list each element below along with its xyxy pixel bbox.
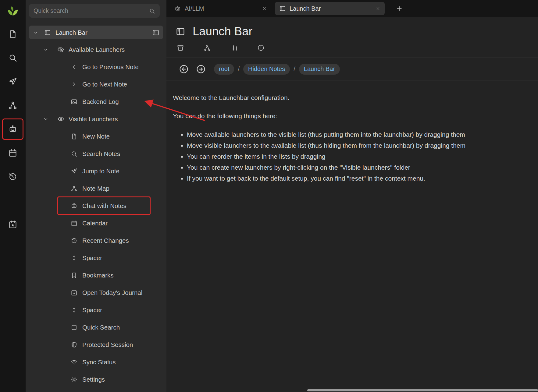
note-tree-sidebar: Launch Bar Available LaunchersGo to Prev…: [26, 0, 166, 392]
history-forward-button[interactable]: [196, 64, 206, 74]
recent-changes-button[interactable]: [6, 170, 20, 184]
tree-item-label: Chat with Notes: [82, 202, 126, 210]
tree-item-label: Available Launchers: [69, 46, 125, 53]
search-icon: [71, 150, 77, 157]
ribbon-tabs: [166, 44, 538, 58]
tree-item-available-launchers[interactable]: Available Launchers: [26, 41, 166, 58]
tree-item-label: Go to Next Note: [82, 81, 127, 88]
note-navigation-row: root/Hidden Notes/Launch Bar: [166, 58, 538, 80]
send-icon: [8, 77, 17, 86]
spacer-icon: [71, 255, 77, 261]
new-note-button[interactable]: [6, 27, 20, 41]
tree-item-label: Protected Session: [82, 341, 133, 348]
note-pane: Launch Bar root/Hidden Notes/Launch Bar …: [166, 17, 538, 392]
horizontal-scrollbar[interactable]: [307, 389, 538, 391]
bullet-item: You can create new launchers by right-cl…: [187, 162, 526, 173]
chevron-down-icon[interactable]: [43, 47, 49, 53]
note-tree: Available LaunchersGo to Previous NoteGo…: [26, 41, 166, 388]
jump-to-note-button[interactable]: [6, 75, 20, 89]
tree-item-label: Quick Search: [82, 324, 120, 331]
calendar-button[interactable]: [6, 146, 20, 160]
close-icon[interactable]: [376, 6, 380, 11]
tree-item-launch-bar-root[interactable]: Launch Bar: [29, 26, 163, 39]
history-back-button[interactable]: [179, 64, 189, 74]
breadcrumb-separator: /: [294, 65, 295, 72]
tree-item-quick-search[interactable]: Quick Search: [26, 319, 166, 336]
tree-item-calendar[interactable]: Calendar: [26, 214, 166, 232]
breadcrumb-separator: /: [238, 65, 240, 72]
spacer-icon: [71, 307, 77, 313]
app-window: Launch Bar Available LaunchersGo to Prev…: [0, 0, 538, 392]
tree-item-protected-session[interactable]: Protected Session: [26, 336, 166, 353]
launchbar-icon: [279, 5, 286, 12]
breadcrumb-item-launch-bar[interactable]: Launch Bar: [299, 64, 340, 75]
content-intro: Welcome to the Launchbar configuration.: [173, 93, 526, 103]
note-content: Welcome to the Launchbar configuration. …: [166, 80, 538, 184]
tree-item-settings[interactable]: Settings: [26, 371, 166, 388]
tab-bar: AI/LLMLaunch Bar: [166, 0, 538, 17]
tab-ai-llm[interactable]: AI/LLM: [170, 2, 271, 15]
search-notes-button[interactable]: [6, 51, 20, 65]
bookmark-icon: [71, 272, 77, 279]
tree-item-label: Search Notes: [82, 150, 120, 157]
tab-label: AI/LLM: [185, 5, 204, 12]
eye-off-icon: [57, 46, 64, 53]
wifi-icon: [71, 359, 77, 366]
note-map-button[interactable]: [6, 98, 20, 112]
tree-item-chat-with-notes[interactable]: Chat with Notes: [26, 197, 166, 214]
archive-icon[interactable]: [177, 44, 184, 51]
tree-item-jump-to-note[interactable]: Jump to Note: [26, 162, 166, 180]
open-todays-journal-button[interactable]: [6, 217, 20, 231]
tab-label: Launch Bar: [290, 5, 321, 12]
quick-search-input[interactable]: [34, 7, 149, 14]
tree-item-note-map[interactable]: Note Map: [26, 180, 166, 197]
tree-item-sync-status[interactable]: Sync Status: [26, 353, 166, 371]
bullet-item: You can reorder the items in the lists b…: [187, 151, 526, 162]
activity-bar: [0, 0, 26, 392]
history-icon: [71, 237, 77, 244]
tree-item-label: Open Today's Journal: [82, 289, 142, 296]
tree-item-new-note[interactable]: New Note: [26, 128, 166, 145]
quick-search: [29, 4, 160, 18]
chevron-right-icon: [71, 81, 77, 88]
robot-icon: [174, 5, 181, 12]
info-icon[interactable]: [257, 44, 265, 51]
new-tab-button[interactable]: [396, 5, 403, 12]
tree-item-label: Spacer: [82, 306, 102, 314]
search-icon: [149, 8, 155, 14]
note-map-icon[interactable]: [204, 44, 211, 51]
tree-item-search-notes[interactable]: Search Notes: [26, 145, 166, 162]
breadcrumb-item-hidden-notes[interactable]: Hidden Notes: [243, 64, 290, 75]
robot-icon: [8, 125, 17, 134]
chevron-down-icon[interactable]: [43, 116, 49, 122]
tree-root-label: Launch Bar: [55, 29, 87, 36]
tree-item-spacer[interactable]: Spacer: [26, 249, 166, 267]
close-icon[interactable]: [262, 6, 267, 11]
launchbar-icon: [44, 29, 51, 36]
launchbar-icon: [176, 27, 185, 37]
calendar-star-icon: [71, 289, 77, 296]
tree-item-go-to-previous-note[interactable]: Go to Previous Note: [26, 58, 166, 76]
tree-item-go-to-next-note[interactable]: Go to Next Note: [26, 76, 166, 93]
tree-item-bookmarks[interactable]: Bookmarks: [26, 267, 166, 284]
tree-item-recent-changes[interactable]: Recent Changes: [26, 232, 166, 249]
tree-item-spacer[interactable]: Spacer: [26, 301, 166, 319]
bullet-item: Move visible launchers to the available …: [187, 140, 526, 151]
content-bullet-list: Move available launchers to the visible …: [173, 129, 526, 184]
calendar-star-icon: [8, 220, 17, 229]
chevron-down-icon[interactable]: [33, 30, 39, 36]
bar-chart-icon[interactable]: [230, 44, 238, 51]
chat-with-notes-button[interactable]: [6, 122, 20, 136]
calendar-icon: [8, 148, 17, 157]
send-icon: [71, 168, 77, 175]
tree-item-visible-launchers[interactable]: Visible Launchers: [26, 110, 166, 128]
calendar-icon: [71, 220, 77, 227]
tree-item-open-today-s-journal[interactable]: Open Today's Journal: [26, 284, 166, 301]
launchbar-action-icon[interactable]: [152, 29, 159, 36]
chevron-left-icon: [71, 64, 77, 70]
breadcrumb-item-root[interactable]: root: [214, 64, 234, 75]
file-icon: [71, 133, 77, 140]
tab-launch-bar[interactable]: Launch Bar: [275, 2, 385, 15]
tree-item-label: Jump to Note: [82, 168, 119, 175]
tree-item-backend-log[interactable]: Backend Log: [26, 93, 166, 110]
